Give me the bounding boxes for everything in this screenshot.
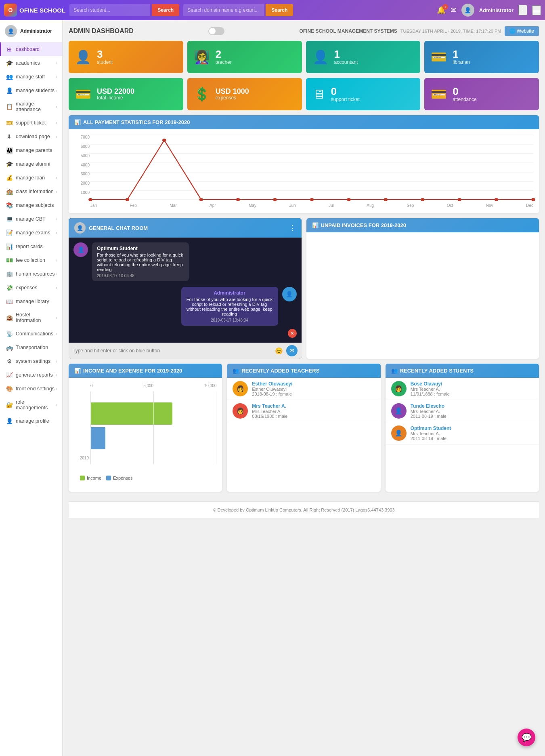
- sidebar-item-fee-collection[interactable]: 💵 fee collection ›: [0, 253, 62, 267]
- sidebar-item-manage-attendance[interactable]: 📋 manage attendance ›: [0, 97, 62, 116]
- teachers-list: 👩 Esther Oluwaseyi Esther Oluwaseyi 2018…: [227, 378, 380, 422]
- sidebar-item-class-information[interactable]: 🏫 class information ›: [0, 185, 62, 198]
- student-name-3[interactable]: Optimum Student: [411, 425, 451, 431]
- minimize-button[interactable]: ▬: [532, 5, 541, 15]
- sidebar-item-manage-cbt[interactable]: 💻 manage CBT ›: [0, 212, 62, 226]
- domain-search-input[interactable]: [183, 4, 264, 16]
- student-date-1: 11/01/1888 : female: [411, 392, 450, 396]
- stat-card-accountants[interactable]: 👤 1 accountant: [306, 41, 421, 73]
- sidebar-item-system-settings[interactable]: ⚙ system settings ›: [0, 354, 62, 368]
- chat-header-avatar: 👤: [74, 222, 86, 234]
- toggle-switch[interactable]: [208, 27, 224, 35]
- income-icon: 📊: [74, 368, 81, 374]
- chat-avatar-student: 👤: [73, 242, 88, 257]
- download-page-icon: ⬇: [6, 133, 13, 140]
- chat-send-button[interactable]: ✉: [286, 345, 298, 356]
- librarians-count: 1: [453, 49, 470, 59]
- stat-card-support[interactable]: 🖥 0 support ticket: [306, 78, 421, 110]
- footer-text: © Developed by Optimum Linkup Computers.…: [213, 508, 394, 512]
- income-expense-section: 📊 INCOME AND EXPENSE FOR 2019-2020 0 5,0…: [69, 364, 222, 492]
- stat-card-students[interactable]: 👤 3 student: [69, 41, 183, 73]
- sidebar-item-hostel-information[interactable]: 🏨 Hostel Information ›: [0, 308, 62, 327]
- sidebar-item-label: dashboard: [16, 46, 57, 52]
- student-item-2: 👤 Tunde Elescho Mrs Teacher A. 2011-08-1…: [386, 400, 539, 422]
- sidebar-item-report-cards[interactable]: 📊 report cards: [0, 240, 62, 253]
- sidebar-item-manage-students[interactable]: 👤 manage students ›: [0, 84, 62, 97]
- sidebar-item-manage-profile[interactable]: 👤 manage profile: [0, 414, 62, 428]
- sidebar-item-label: role managements: [16, 399, 56, 411]
- chevron-icon: ›: [56, 135, 57, 139]
- stat-card-teachers[interactable]: 👩‍🏫 2 teacher: [187, 41, 302, 73]
- students-icon: 👥: [391, 368, 398, 374]
- sidebar-item-manage-staff[interactable]: 👥 manage staff ›: [0, 70, 62, 84]
- accountants-count: 1: [334, 49, 358, 59]
- front-end-settings-icon: 🎨: [6, 385, 13, 392]
- chevron-icon: ›: [56, 190, 57, 194]
- sidebar-item-manage-library[interactable]: 📖 manage library: [0, 295, 62, 308]
- student-name-1[interactable]: Bose Olawuyi: [411, 381, 450, 387]
- sidebar-item-label: manage parents: [16, 147, 57, 153]
- attendance-icon: 💳: [431, 86, 447, 102]
- chat-input[interactable]: [73, 348, 272, 354]
- sidebar-item-expenses[interactable]: 💸 expenses ›: [0, 281, 62, 295]
- chat-input-area: 😊 ✉: [69, 343, 302, 359]
- chevron-icon: ›: [56, 61, 57, 65]
- chat-emoji-button[interactable]: 😊: [275, 347, 283, 355]
- sidebar-item-dashboard[interactable]: ⊞ dashboard: [0, 42, 62, 56]
- sidebar-item-label: generate reports: [16, 372, 56, 378]
- fab-chat-button[interactable]: 💬: [518, 729, 535, 746]
- transportation-icon: 🚌: [6, 344, 13, 351]
- chat-delete-button[interactable]: ✕: [288, 329, 297, 338]
- sidebar-item-label: manage loan: [16, 175, 56, 181]
- teacher-date-2: 08/16/1980 : male: [252, 414, 287, 419]
- student-search-input[interactable]: [69, 4, 150, 16]
- student-search-button[interactable]: Search: [152, 4, 179, 16]
- chevron-icon: ›: [56, 105, 57, 109]
- teachers-icon: 👩‍🏫: [194, 49, 210, 65]
- sidebar-item-human-resources[interactable]: 🏢 human resources ›: [0, 267, 62, 281]
- sidebar: 👤 Administrator ⊞ dashboard 🎓 academics …: [0, 20, 63, 756]
- domain-search-button[interactable]: Search: [266, 4, 293, 16]
- sidebar-item-download-page[interactable]: ⬇ download page ›: [0, 130, 62, 143]
- logo-text: OFINE SCHOOL: [19, 7, 65, 14]
- sidebar-item-generate-reports[interactable]: 📈 generate reports ›: [0, 368, 62, 382]
- website-button[interactable]: 🌐 Website: [505, 26, 539, 36]
- sidebar-item-manage-alumni[interactable]: 🎓 manage alumni: [0, 157, 62, 171]
- sidebar-item-manage-parents[interactable]: 👨‍👩‍👧 manage parents: [0, 143, 62, 157]
- logo-icon: O: [4, 4, 17, 17]
- teacher-name-1[interactable]: Esther Oluwaseyi: [252, 381, 292, 387]
- chat-options-button[interactable]: ⋮: [289, 223, 296, 232]
- messages-button[interactable]: ✉: [451, 6, 457, 15]
- chat-bubble-1: Optimum Student For those of you who are…: [92, 242, 189, 281]
- svg-point-18: [457, 198, 461, 201]
- stat-card-attendance[interactable]: 💳 0 attendance: [424, 78, 539, 110]
- sidebar-item-communications[interactable]: 📡 Communications ›: [0, 327, 62, 341]
- sidebar-admin-section: 👤 Administrator: [0, 20, 62, 42]
- svg-point-15: [347, 198, 351, 201]
- sidebar-item-label: academics: [16, 60, 56, 66]
- chat-title: GENERAL CHAT ROOM: [89, 225, 148, 231]
- sidebar-item-manage-loan[interactable]: 💰 manage loan ›: [0, 171, 62, 185]
- notifications-button[interactable]: 🔔 1: [437, 6, 446, 15]
- chevron-icon: ›: [56, 217, 57, 221]
- chat-bubble-2: Administrator For those of you who are l…: [181, 287, 278, 326]
- expenses-icon: 💸: [6, 284, 13, 291]
- sidebar-item-front-end-settings[interactable]: 🎨 front end settings ›: [0, 382, 62, 396]
- sidebar-item-support-ticket[interactable]: 🎫 support ticket ›: [0, 116, 62, 130]
- chevron-icon: ›: [56, 403, 57, 407]
- teacher-name-2[interactable]: Mrs Teacher A.: [252, 403, 287, 409]
- accountant-icon: 👤: [312, 49, 329, 65]
- stat-card-librarians[interactable]: 💳 1 librarian: [424, 41, 539, 73]
- stat-card-income[interactable]: 💳 USD 22000 total income: [69, 78, 183, 110]
- sidebar-item-academics[interactable]: 🎓 academics ›: [0, 56, 62, 70]
- chevron-icon: ›: [56, 332, 57, 336]
- sidebar-item-manage-exams[interactable]: 📝 manage exams ›: [0, 226, 62, 240]
- income-amount: USD 22000: [97, 88, 134, 95]
- stat-card-expenses[interactable]: 💲 USD 1000 expenses: [187, 78, 302, 110]
- sidebar-item-label: Transportation: [16, 345, 57, 350]
- sidebar-item-transportation[interactable]: 🚌 Transportation: [0, 341, 62, 354]
- sidebar-item-manage-subjects[interactable]: 📚 manage subjects: [0, 198, 62, 212]
- sidebar-item-role-managements[interactable]: 🔐 role managements ›: [0, 396, 62, 414]
- more-options-button[interactable]: ⋮: [518, 5, 527, 15]
- student-name-2[interactable]: Tunde Elescho: [411, 403, 446, 409]
